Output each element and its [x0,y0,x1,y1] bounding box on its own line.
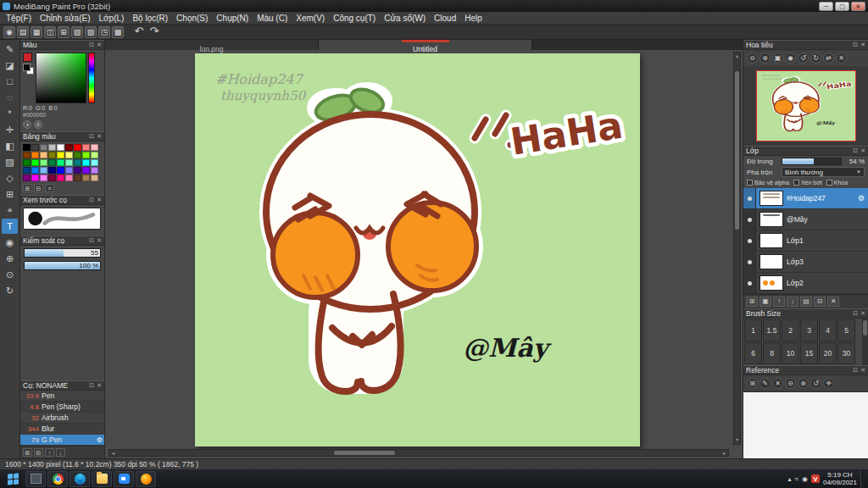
float-panel-icon[interactable]: ⊡ [89,133,94,140]
current-color-swatch[interactable] [23,53,32,62]
float-panel-icon[interactable]: ⊡ [89,382,94,389]
minimize-button[interactable]: ─ [819,2,833,11]
palette-swatch[interactable] [40,152,47,158]
edge-icon[interactable] [70,471,90,487]
layer-visibility-toggle[interactable] [743,230,756,251]
brush-size-cell[interactable]: 3 [800,319,818,341]
brush-size-cell[interactable]: 5 [837,319,855,341]
palette-swatch[interactable] [57,152,64,158]
ref-rotate-icon[interactable]: ↺ [810,378,821,389]
float-panel-icon[interactable]: ⊡ [853,310,858,317]
lasso-tool[interactable]: ◌ [2,90,18,105]
show-desktop-button[interactable] [860,469,865,488]
color-slider-toggle-icon[interactable]: ≡ [34,120,42,129]
medibang-icon[interactable] [25,471,46,487]
nav-rotate-left-icon[interactable]: ↺ [798,53,809,64]
new-folder-icon[interactable]: ▤ [800,297,812,307]
palette-swatch[interactable] [57,144,64,151]
palette-swatch[interactable] [57,175,64,181]
duplicate-layer-icon[interactable]: ▣ [760,297,771,307]
menu-item[interactable]: Công cụ(T) [329,12,380,25]
add-color-icon[interactable]: ⊞ [23,184,32,192]
nav-reset-icon[interactable]: ✕ [836,53,847,64]
brush-row[interactable]: 4.8 Pen (Sharp) [20,402,104,413]
menu-item[interactable]: Xem(V) [292,12,329,25]
scroll-down-icon[interactable]: ▾ [736,436,738,444]
brush-size-cell[interactable]: 10 [782,342,799,364]
layer-visibility-toggle[interactable] [743,273,756,293]
layer-visibility-toggle[interactable] [743,188,756,208]
palette-swatch[interactable] [57,167,64,174]
brush-size-cell[interactable]: 30 [837,342,855,364]
tray-volume-icon[interactable]: ◉ [802,475,808,483]
reference-area[interactable] [743,391,868,458]
palette-swatch[interactable] [48,152,56,158]
divide-tool[interactable]: ⊞ [2,186,18,202]
tray-chevron-icon[interactable]: ▴ [788,475,792,483]
menu-item[interactable]: Tệp(F) [2,12,36,25]
layer-visibility-toggle[interactable] [743,252,756,272]
palette-swatch[interactable] [91,175,98,181]
palette-swatch[interactable] [57,159,64,166]
crop-icon[interactable]: ◳ [98,26,110,38]
lock-checkbox[interactable] [826,180,832,186]
brush-up-icon[interactable]: ↑ [45,448,54,457]
palette-swatch[interactable] [82,175,90,181]
color-wheel-toggle-icon[interactable]: ◑ [23,120,31,129]
new-layer-icon[interactable]: ⊞ [746,297,758,307]
palette-swatch[interactable] [91,144,98,151]
taskbar-clock[interactable]: 5:19 CH 04/09/2021 [823,471,857,486]
ref-zoom-in-icon[interactable]: ⊕ [798,378,809,389]
open-file-icon[interactable]: ▦ [31,26,42,38]
hue-bar[interactable] [88,53,95,103]
float-panel-icon[interactable]: ⊡ [89,197,94,203]
palette-swatch[interactable] [23,167,31,174]
float-panel-icon[interactable]: ⊡ [853,42,858,48]
menu-item[interactable]: Chọn(S) [172,12,212,25]
menu-item[interactable]: Bộ lọc(R) [128,12,172,25]
saturation-value-box[interactable] [36,53,86,103]
brush-size-scrollbar[interactable] [862,319,868,365]
tab-untitled[interactable]: Untitled [319,40,532,50]
brush-row[interactable]: 344 Blur [20,424,104,435]
ref-open-icon[interactable]: ⊞ [747,378,758,389]
nav-zoom-in-icon[interactable]: ⊕ [760,53,771,64]
horizontal-scrollbar[interactable]: ◂ ▸ [108,449,729,457]
layer-visibility-toggle[interactable] [743,209,756,230]
rotate-tool[interactable]: ↻ [2,283,18,298]
clipping-checkbox[interactable] [793,180,799,186]
palette-swatch[interactable] [74,152,81,158]
palette-swatch[interactable] [65,159,73,166]
palette-swatch[interactable] [65,152,73,158]
marquee-tool[interactable]: □ [2,74,18,89]
palette-swatch[interactable] [82,144,90,151]
undo-button[interactable]: ↶ [132,25,146,38]
float-panel-icon[interactable]: ⊡ [853,147,858,154]
menu-item[interactable]: Help [460,12,487,25]
palette-swatch[interactable] [91,159,98,166]
palette-swatch[interactable] [31,144,39,151]
palette-swatch[interactable] [23,144,31,151]
ref-clear-icon[interactable]: ✕ [772,378,783,389]
add-brush-icon[interactable]: ⊞ [23,448,32,457]
brush-row[interactable]: 32 Airbrush [20,413,104,424]
deselect-icon[interactable]: ▨ [85,26,97,38]
zoom-icon[interactable] [114,471,134,487]
palette-swatch[interactable] [23,175,31,181]
scroll-right-icon[interactable]: ▸ [721,450,728,456]
ref-zoom-out-icon[interactable]: ⊖ [785,378,796,389]
nav-flip-icon[interactable]: ⇄ [823,53,834,64]
nav-fit-icon[interactable]: ▣ [772,53,783,64]
delete-brush-icon[interactable]: ⊟ [34,448,43,457]
float-panel-icon[interactable]: ⊡ [89,237,94,244]
palette-menu-icon[interactable]: ≡ [45,184,54,192]
firefox-icon[interactable] [136,471,156,487]
brush-size-cell[interactable]: 1.5 [763,319,781,341]
snap-tool[interactable]: ⌖ [2,202,18,218]
layer-up-icon[interactable]: ↑ [773,297,785,307]
close-panel-icon[interactable]: ✕ [860,367,865,374]
layer-row[interactable]: Lớp1 [743,230,868,252]
navigator-thumbnail[interactable] [756,70,856,141]
gradient-tool[interactable]: ▨ [2,154,18,169]
tray-network-icon[interactable]: ≈ [795,475,798,483]
